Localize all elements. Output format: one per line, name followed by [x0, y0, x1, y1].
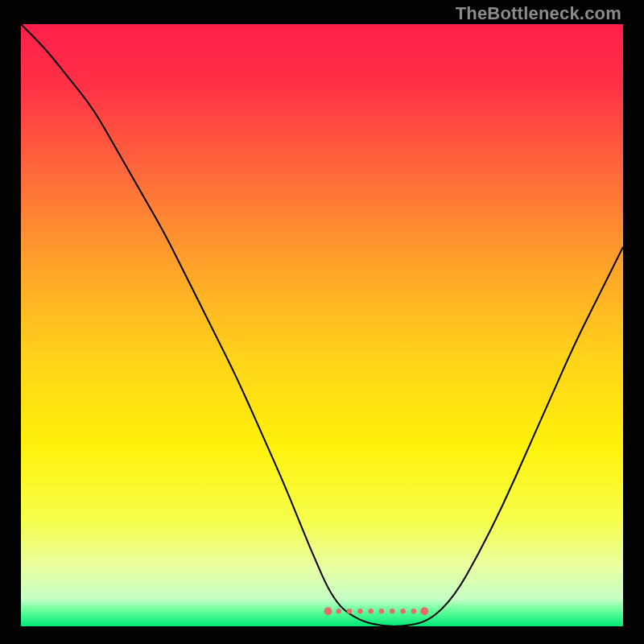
svg-point-2 — [347, 609, 352, 613]
plot-frame — [21, 24, 623, 626]
watermark-text: TheBottleneck.com — [456, 3, 621, 24]
bottleneck-chart — [21, 24, 623, 626]
svg-point-0 — [324, 607, 332, 615]
chart-background — [21, 24, 623, 626]
svg-point-4 — [369, 609, 374, 613]
svg-point-7 — [400, 609, 405, 613]
svg-point-6 — [390, 609, 394, 613]
svg-point-3 — [357, 609, 362, 613]
svg-point-9 — [420, 607, 428, 615]
svg-point-5 — [379, 609, 384, 613]
svg-point-1 — [336, 609, 341, 613]
svg-point-8 — [411, 609, 416, 613]
